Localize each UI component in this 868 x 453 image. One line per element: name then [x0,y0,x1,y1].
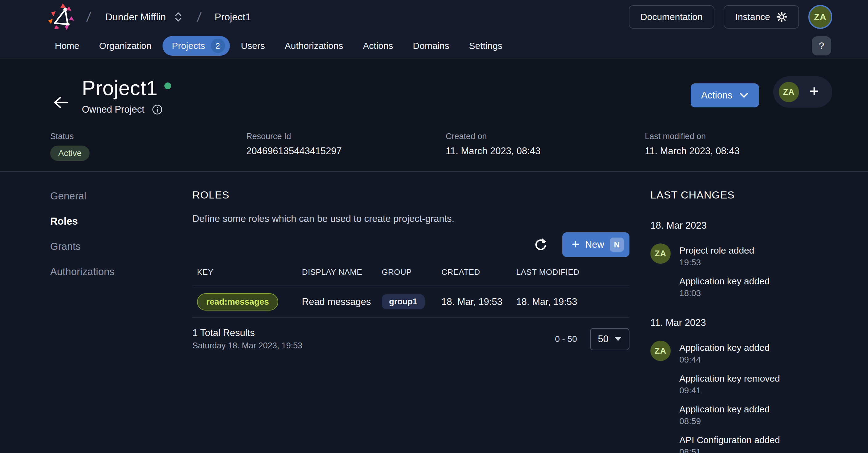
meta-value: 204696135443415297 [246,145,446,157]
roles-section: ROLES Define some roles which can be use… [192,189,629,453]
change-entries: Application key added 09:44 Application … [679,341,780,453]
help-button[interactable]: ? [812,36,831,55]
new-role-button[interactable]: + New N [562,232,629,257]
tab-authorizations[interactable]: Authorizations [276,36,352,56]
tab-users[interactable]: Users [232,36,274,56]
project-type-label: Owned Project [82,104,144,115]
change-entry[interactable]: API Configuration added 08:51 [679,435,780,453]
change-title: Application key removed [679,373,780,384]
documentation-label: Documentation [641,12,703,22]
role-created: 18. Mar, 19:53 [441,296,516,308]
tab-organization[interactable]: Organization [91,36,160,56]
content-area: General Roles Grants Authorizations ROLE… [0,171,868,453]
subnav-item-authorizations[interactable]: Authorizations [50,266,192,278]
change-entry[interactable]: Application key added 18:03 [679,276,770,298]
change-time: 08:59 [679,416,780,426]
meta-label: Last modified on [645,132,832,141]
project-subnav: General Roles Grants Authorizations [47,189,192,453]
role-last-modified: 18. Mar, 19:53 [516,296,629,308]
project-title-block: Project1 Owned Project [82,76,171,115]
change-group: ZA Application key added 09:44 Applicati… [650,341,868,453]
info-icon[interactable] [152,104,163,115]
tab-domains[interactable]: Domains [404,36,458,56]
table-row[interactable]: read:messages Read messages group1 18. M… [192,286,629,318]
role-group-badge: group1 [382,294,425,309]
change-entries: Project role added 19:53 Application key… [679,244,770,298]
project-head-row: Project1 Owned Project Actions [47,76,832,115]
caret-down-icon [615,337,621,341]
tab-projects[interactable]: Projects 2 [162,36,229,56]
change-time: 09:44 [679,355,780,365]
instance-button[interactable]: Instance [724,5,799,29]
refresh-button[interactable] [531,235,550,254]
tab-settings[interactable]: Settings [461,36,511,56]
last-changes-title: LAST CHANGES [650,189,868,201]
change-entry[interactable]: Application key removed 09:41 [679,373,780,395]
change-title: Application key added [679,404,780,415]
breadcrumb: / Dunder Mifflin / Project1 [47,3,629,31]
subnav-item-roles[interactable]: Roles [50,216,192,227]
back-button[interactable] [47,90,74,115]
status-badge: Active [50,145,90,161]
refresh-icon [533,237,548,252]
project-meta-row: Status Active Resource Id 20469613544341… [47,132,832,161]
roles-toolbar: + New N [192,232,629,257]
project-subtitle: Owned Project [82,104,171,115]
header-chrome: / Dunder Mifflin / Project1 Documentatio… [0,0,868,59]
subnav-item-grants[interactable]: Grants [50,241,192,252]
documentation-button[interactable]: Documentation [629,5,714,29]
role-display-name: Read messages [302,296,382,308]
actions-button[interactable]: Actions [691,84,759,107]
change-avatar: ZA [650,244,671,264]
change-time: 09:41 [679,386,780,395]
tab-actions[interactable]: Actions [354,36,402,56]
last-changes-panel: LAST CHANGES 18. Mar 2023 ZA Project rol… [629,189,868,453]
page-size-value: 50 [598,333,609,345]
meta-value: 11. March 2023, 08:43 [645,145,832,157]
project-members-pill: ZA + [773,76,832,108]
arrow-left-icon [52,95,69,109]
change-title: Project role added [679,245,770,256]
tab-home[interactable]: Home [46,36,88,56]
add-member-button[interactable]: + [808,83,820,101]
meta-label: Status [50,132,246,141]
topbar-actions: Documentation Instance [629,5,832,29]
column-header-group: GROUP [382,267,441,277]
column-header-display-name: DISPLAY NAME [302,267,382,277]
page-size-select[interactable]: 50 [590,328,629,350]
meta-last-modified: Last modified on 11. March 2023, 08:43 [645,132,832,161]
breadcrumb-project[interactable]: Project1 [215,11,251,23]
org-switcher-label: Dunder Mifflin [105,11,166,23]
user-avatar[interactable]: ZA [808,5,832,29]
total-results: 1 Total Results [192,327,302,338]
column-header-key: KEY [197,267,302,277]
change-group: ZA Project role added 19:53 Application … [650,244,868,298]
change-entry[interactable]: Project role added 19:53 [679,245,770,267]
change-entry[interactable]: Application key added 08:59 [679,404,780,426]
change-entry[interactable]: Application key added 09:44 [679,343,780,365]
meta-created-on: Created on 11. March 2023, 08:43 [446,132,645,161]
tab-projects-count-badge: 2 [211,39,225,53]
member-avatar[interactable]: ZA [779,82,799,102]
subnav-item-general[interactable]: General [50,190,192,202]
project-title-line: Project1 [82,76,171,100]
breadcrumb-separator: / [86,9,91,25]
instance-label: Instance [735,12,770,22]
zitadel-logo[interactable] [47,3,76,31]
tab-projects-label: Projects [172,41,205,51]
page-range: 0 - 50 [555,334,577,344]
console-page: / Dunder Mifflin / Project1 Documentatio… [0,0,868,453]
meta-value: 11. March 2023, 08:43 [446,145,645,157]
unfold-icon [174,11,183,23]
meta-resource-id: Resource Id 204696135443415297 [246,132,446,161]
project-head-actions: Actions ZA + [691,76,832,108]
zitadel-logo-icon [47,3,76,31]
change-time: 19:53 [679,258,770,267]
change-title: Application key added [679,276,770,287]
topbar: / Dunder Mifflin / Project1 Documentatio… [0,0,868,34]
change-date: 11. Mar 2023 [650,317,868,328]
roles-description: Define some roles which can be used to c… [192,213,629,224]
org-switcher[interactable]: Dunder Mifflin [101,8,187,26]
roles-table: KEY DISPLAY NAME GROUP CREATED LAST MODI… [192,267,629,318]
actions-button-label: Actions [701,90,733,101]
